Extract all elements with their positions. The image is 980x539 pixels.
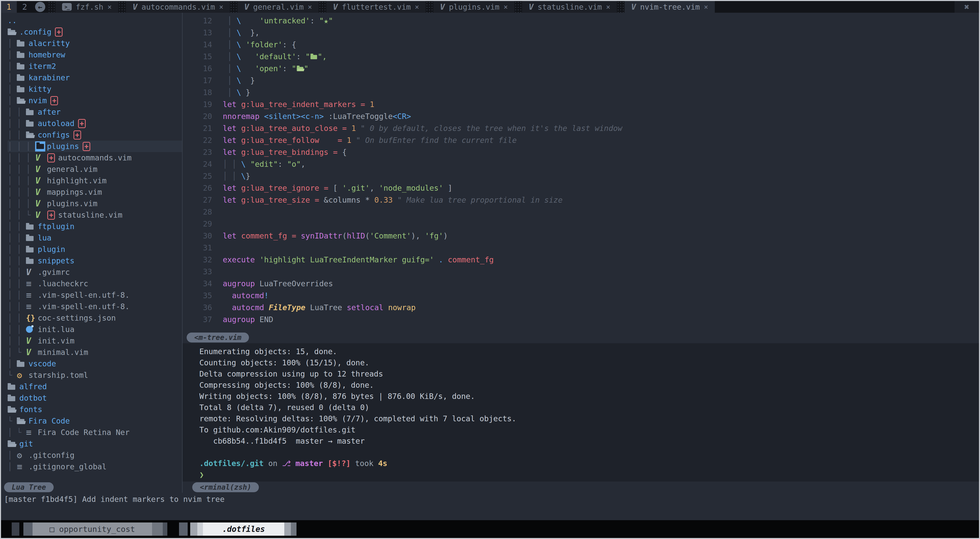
editor-line[interactable]: 22let g:lua_tree_follow = 1 " On bufEnte… xyxy=(183,134,979,146)
tree-item-kitty[interactable]: │ kitty xyxy=(8,83,182,95)
tab-general.vim[interactable]: Vgeneral.vim× xyxy=(237,1,319,13)
tree-item-.gitconfig[interactable]: │ ⚙.gitconfig xyxy=(8,450,182,461)
tab-close-icon[interactable]: × xyxy=(415,3,419,11)
tree-item-.config[interactable]: .config+ xyxy=(8,26,182,38)
tree-item-.vim-spell-en.utf-8.[interactable]: │ │ ≡.vim-spell-en.utf-8. xyxy=(8,301,182,312)
tree-item-autoload[interactable]: │ │ autoload+ xyxy=(8,118,182,129)
tree-item-minimal.vim[interactable]: │ └ Vminimal.vim xyxy=(8,347,182,358)
tree-item-snippets[interactable]: │ │ snippets xyxy=(8,255,182,266)
tree-item-dotbot[interactable]: dotbot xyxy=(8,392,182,404)
editor-line[interactable]: 18 │ \ } xyxy=(183,86,979,99)
editor-line[interactable]: 12 │ \ 'untracked': "★" xyxy=(183,15,979,27)
tree-item-git[interactable]: git xyxy=(8,438,182,450)
tab-close-icon[interactable]: × xyxy=(503,3,508,11)
editor-line[interactable]: 32execute 'highlight LuaTreeIndentMarker… xyxy=(183,254,979,266)
tree-item-highlight.vim[interactable]: │ │ │ Vhighlight.vim xyxy=(8,175,182,186)
tree-guide: │ │ xyxy=(8,325,26,334)
tab-close-icon[interactable]: × xyxy=(308,3,312,11)
tree-item-homebrew[interactable]: │ homebrew xyxy=(8,49,182,60)
editor-line[interactable]: 20nnoremap <silent><c-n> :LuaTreeToggle<… xyxy=(183,110,979,122)
editor-line[interactable]: 30let comment_fg = synIDattr(hlID('Comme… xyxy=(183,230,979,242)
editor-line[interactable]: 27let g:lua_tree_size = &columns * 0.33 … xyxy=(183,194,979,206)
tree-item-.gvimrc[interactable]: │ │ V.gvimrc xyxy=(8,266,182,278)
editor-line[interactable]: 35 autocmd! xyxy=(183,289,979,302)
tab-autocommands.vim[interactable]: Vautocommands.vim× xyxy=(126,1,230,13)
tree-item-alfred[interactable]: alfred xyxy=(8,381,182,392)
editor-line[interactable]: 28 xyxy=(183,206,979,218)
back-arrow-icon[interactable]: ← xyxy=(35,2,45,12)
editor-line[interactable]: 33 xyxy=(183,266,979,278)
tab-close-icon[interactable]: × xyxy=(107,3,111,11)
editor-line[interactable]: 13 │ \ }, xyxy=(183,27,979,39)
file-tree-sidebar: ...config+│ alacritty│ homebrew│ iterm2│… xyxy=(1,13,182,493)
tree-guide: │ │ xyxy=(8,336,26,345)
tree-item-init.vim[interactable]: │ │ Vinit.vim xyxy=(8,335,182,347)
line-number: 21 xyxy=(183,124,223,133)
editor-line[interactable]: 17 │ \ } xyxy=(183,75,979,86)
tree-item-starship.toml[interactable]: └ ⚙starship.toml xyxy=(8,369,182,381)
tmux-window-opportunity_cost[interactable]: □ opportunity_cost xyxy=(12,523,167,536)
tree-item-statusline.vim[interactable]: │ │ └ V+statusline.vim xyxy=(8,209,182,221)
tree-item-after[interactable]: │ │ after xyxy=(8,106,182,118)
tab-fluttertest.vim[interactable]: Vfluttertest.vim× xyxy=(326,1,426,13)
tabpage-2[interactable]: 2 xyxy=(17,1,33,13)
editor-line[interactable]: 14 │ \ 'folder': { xyxy=(183,39,979,51)
tree-item-lua[interactable]: │ │ lua xyxy=(8,232,182,243)
editor-statusline: <m-tree.vim xyxy=(183,332,979,343)
tab-nvim-tree.vim[interactable]: Vnvim-tree.vim× xyxy=(625,1,715,13)
tree-item-.vim-spell-en.utf-8.[interactable]: │ │ ≡.vim-spell-en.utf-8. xyxy=(8,289,182,301)
editor-line[interactable]: 16 │ \ 'open': "" xyxy=(183,62,979,75)
tree-item-mappings.vim[interactable]: │ │ │ Vmappings.vim xyxy=(8,186,182,198)
tree-item-karabiner[interactable]: │ karabiner xyxy=(8,72,182,83)
tree-item-Fira Code[interactable]: └ Fira Code xyxy=(8,415,182,427)
tab-label: autocommands.vim xyxy=(142,3,215,11)
editor-line[interactable]: 25│ │ \} xyxy=(183,170,979,182)
file-tree: ...config+│ alacritty│ homebrew│ iterm2│… xyxy=(1,13,182,482)
tab-fzf.sh[interactable]: >_fzf.sh× xyxy=(56,1,118,13)
editor-line[interactable]: 19let g:lua_tree_indent_markers = 1 xyxy=(183,99,979,110)
editor-line[interactable]: 34augroup LuaTreeOverrides xyxy=(183,278,979,289)
tree-item-ftplugin[interactable]: │ │ ftplugin xyxy=(8,221,182,232)
tree-item-label: kitty xyxy=(29,85,51,94)
tree-item-plugins[interactable]: │ │ │ plugins+ xyxy=(8,141,182,152)
terminal-split[interactable]: Enumerating objects: 15, done.Counting o… xyxy=(183,343,979,482)
tab-close-icon[interactable]: × xyxy=(704,3,708,11)
editor-line[interactable]: 15 │ \ 'default': "", xyxy=(183,51,979,62)
tree-item-nvim[interactable]: │ nvim+ xyxy=(8,95,182,106)
vim-icon: V xyxy=(132,2,137,12)
tree-item-configs[interactable]: │ │ configs+ xyxy=(8,129,182,141)
editor-line[interactable]: 37augroup END xyxy=(183,313,979,326)
tree-item-.gitignore_global[interactable]: │ ≡.gitignore_global xyxy=(8,461,182,472)
tree-item-plugins.vim[interactable]: │ │ │ Vplugins.vim xyxy=(8,198,182,209)
tab-statusline.vim[interactable]: Vstatusline.vim× xyxy=(522,1,617,13)
tree-item-autocommands.vim[interactable]: │ │ │ V+autocommands.vim xyxy=(8,152,182,164)
tree-item-alacritty[interactable]: │ alacritty xyxy=(8,38,182,49)
tmux-window-.dotfiles[interactable]: .dotfiles xyxy=(179,523,296,536)
tree-item-vscode[interactable]: │ vscode xyxy=(8,358,182,369)
tree-item-fonts[interactable]: fonts xyxy=(8,404,182,415)
tree-item-general.vim[interactable]: │ │ │ Vgeneral.vim xyxy=(8,164,182,175)
tree-item-..[interactable]: .. xyxy=(8,15,182,26)
editor-line[interactable]: 23let g:lua_tree_bindings = { xyxy=(183,146,979,158)
editor-line[interactable]: 31 xyxy=(183,242,979,254)
tab-plugins.vim[interactable]: Vplugins.vim× xyxy=(433,1,514,13)
tree-item-init.lua[interactable]: │ │ init.lua xyxy=(8,324,182,335)
tree-item-.luacheckrc[interactable]: │ │ ≡.luacheckrc xyxy=(8,278,182,289)
tree-item-Fira Code Retina Ner[interactable]: │ └ ≡Fira Code Retina Ner xyxy=(8,427,182,438)
vim-icon: V xyxy=(333,2,338,12)
tab-close-icon[interactable]: × xyxy=(219,3,223,11)
tab-close-icon[interactable]: × xyxy=(606,3,610,11)
editor-line[interactable]: 36 autocmd FileType LuaTree setlocal now… xyxy=(183,302,979,313)
terminal-output-line xyxy=(199,447,979,458)
editor-line[interactable]: 21let g:lua_tree_auto_close = 1 " 0 by d… xyxy=(183,122,979,134)
code-text: │ │ \} xyxy=(223,172,250,181)
tree-item-coc-settings.json[interactable]: │ │ {}coc-settings.json xyxy=(8,312,182,324)
editor-buffer[interactable]: 12 │ \ 'untracked': "★"13 │ \ },14 │ \ '… xyxy=(183,13,979,332)
editor-line[interactable]: 26let g:lua_tree_ignore = [ '.git', 'nod… xyxy=(183,182,979,194)
editor-line[interactable]: 24│ │ \ "edit": "o", xyxy=(183,158,979,170)
tabpage-1[interactable]: 1 xyxy=(1,1,17,13)
editor-line[interactable]: 29 xyxy=(183,218,979,230)
close-icon[interactable]: ✖ xyxy=(955,1,979,13)
tree-item-plugin[interactable]: │ │ plugin xyxy=(8,243,182,255)
tree-item-iterm2[interactable]: │ iterm2 xyxy=(8,60,182,72)
